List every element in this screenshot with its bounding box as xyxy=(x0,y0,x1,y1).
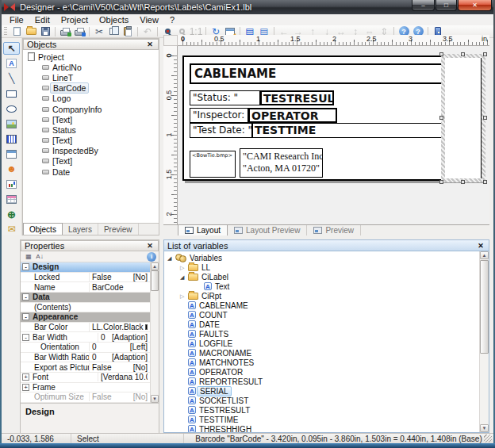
label-object-testdate-caption[interactable]: "Test Date: " xyxy=(190,123,252,138)
close-button[interactable]: ✕ xyxy=(458,0,492,11)
alphabetical-sort-icon[interactable]: A↓ xyxy=(34,252,45,262)
var-folder-cirpt[interactable]: CiRpt xyxy=(164,291,479,301)
prop-locked[interactable]: Locked False [No] xyxy=(21,273,159,283)
prop-orientation[interactable]: Orientation 0 [Left] xyxy=(21,343,159,353)
var-testtime[interactable]: TESTTIME xyxy=(164,415,479,424)
resize-handle[interactable] xyxy=(483,180,487,184)
prop-bar-width[interactable]: Bar Width 0 [Adaption] xyxy=(21,332,159,343)
scroll-down-icon[interactable]: ▼ xyxy=(151,395,159,403)
design-canvas[interactable]: CABLENAME "Status: " TESTRESULT "Inspect… xyxy=(178,46,489,224)
var-testresult[interactable]: TESTRESULT xyxy=(164,405,479,415)
menu-file[interactable]: File xyxy=(4,14,29,25)
tree-item-articlno[interactable]: ArticlNo xyxy=(23,62,159,72)
properties-scrollbar[interactable]: ▲ ▼ xyxy=(150,262,159,403)
undo-icon[interactable]: ↶ xyxy=(140,25,155,37)
tree-item-logo[interactable]: Logo xyxy=(23,94,159,104)
tab-preview[interactable]: Preview xyxy=(307,225,361,235)
var-cablename[interactable]: CABLENAME xyxy=(164,301,479,310)
resize-handle[interactable] xyxy=(439,52,443,56)
menu-objects[interactable]: Objects xyxy=(94,14,134,25)
resize-handle[interactable] xyxy=(461,52,465,56)
select-tool[interactable]: ↖ xyxy=(3,42,20,55)
cut-icon[interactable]: ✂ xyxy=(92,25,106,37)
var-macroname[interactable]: MACRONAME xyxy=(164,348,479,358)
tree-item-date[interactable]: Date xyxy=(23,167,159,177)
ole-object-tool[interactable]: ✉ xyxy=(3,223,20,235)
save-icon[interactable] xyxy=(38,25,52,37)
tree-item-companyinfo[interactable]: CompanyInfo xyxy=(23,104,159,114)
var-serial[interactable]: SERIAL xyxy=(164,386,479,396)
close-icon[interactable]: ✕ xyxy=(476,242,485,250)
tree-item-text2[interactable]: [Text] xyxy=(23,136,159,146)
close-icon[interactable]: ✕ xyxy=(145,40,155,48)
label-object-operator[interactable]: OPERATOR xyxy=(248,108,337,123)
tab-objects[interactable]: Objects xyxy=(23,223,63,235)
categorized-view-icon[interactable]: ▦ xyxy=(23,252,34,262)
new-document-icon[interactable] xyxy=(10,25,24,37)
var-operator[interactable]: OPERATOR xyxy=(164,367,479,377)
tab-objects-preview[interactable]: Preview xyxy=(98,224,139,235)
prop-bar-width-ratio[interactable]: Bar Width Ratio 0 [Adaption] xyxy=(21,353,159,363)
scroll-up-icon[interactable]: ▲ xyxy=(151,262,159,270)
expand-toggle-icon[interactable] xyxy=(167,255,175,261)
resize-handle[interactable] xyxy=(483,116,487,120)
tree-item-inspectedby[interactable]: InspectedBy xyxy=(23,146,159,156)
tree-item-project[interactable]: Project xyxy=(23,52,159,62)
label-object-testtime[interactable]: TESTTIME xyxy=(252,123,443,138)
tab-layout-preview[interactable]: Layout Preview xyxy=(228,225,307,235)
ellipse-tool[interactable] xyxy=(3,102,20,115)
var-folder-cilabel[interactable]: CiLabel xyxy=(164,272,479,281)
scrollbar-thumb[interactable] xyxy=(480,260,489,354)
prop-category-data[interactable]: Data xyxy=(21,293,159,303)
title-bar[interactable]: Designer - e:\Cami\V50\CabWtl\Reports\La… xyxy=(0,0,495,14)
expand-toggle-icon[interactable] xyxy=(22,334,29,341)
close-icon[interactable]: ✕ xyxy=(145,242,155,250)
expand-toggle-icon[interactable] xyxy=(22,293,29,301)
resize-handle[interactable] xyxy=(439,180,443,184)
resize-handle[interactable] xyxy=(461,180,465,184)
barcode-tool[interactable] xyxy=(3,132,20,145)
print-icon[interactable] xyxy=(58,25,72,37)
var-logfile[interactable]: LOGFILE xyxy=(164,339,479,348)
prop-export-as-picture[interactable]: Export as Picture False [No] xyxy=(21,362,159,373)
var-reportresult[interactable]: REPORTRESULT xyxy=(164,377,479,386)
var-root-variables[interactable]: Variables xyxy=(164,253,479,262)
rtf-text-tool[interactable] xyxy=(3,147,20,160)
resize-handle[interactable] xyxy=(483,52,487,56)
toolbar-grip[interactable] xyxy=(4,27,7,36)
picture-tool[interactable] xyxy=(3,117,20,130)
tree-item-status[interactable]: Status xyxy=(23,124,159,135)
tree-item-linet[interactable]: LineT xyxy=(23,72,159,82)
maximize-button[interactable]: □ xyxy=(436,0,457,11)
barcode-object-selected[interactable] xyxy=(446,59,481,178)
menu-project[interactable]: Project xyxy=(56,14,94,25)
tab-layers[interactable]: Layers xyxy=(63,224,98,235)
label-object-logo-placeholder[interactable]: <BowTie.bmp> xyxy=(190,151,236,178)
prop-name[interactable]: Name BarCode xyxy=(21,282,159,293)
prop-optimum-size[interactable]: Optimum Size False [No] xyxy=(21,392,159,403)
rectangle-tool[interactable] xyxy=(3,87,20,100)
var-faults[interactable]: FAULTS xyxy=(164,329,479,339)
label-object-testresult[interactable]: TESTRESULT xyxy=(260,90,334,105)
menu-edit[interactable]: Edit xyxy=(29,14,56,25)
tree-item-barcode[interactable]: BarCode xyxy=(23,83,159,94)
var-count[interactable]: COUNT xyxy=(164,310,479,320)
scroll-down-icon[interactable]: ▼ xyxy=(480,424,489,432)
line-tool[interactable]: ╲ xyxy=(3,72,20,85)
expand-toggle-icon[interactable] xyxy=(22,384,29,391)
scroll-up-icon[interactable]: ▲ xyxy=(480,251,489,259)
open-file-icon[interactable] xyxy=(24,25,38,37)
print-setup-icon[interactable] xyxy=(72,25,86,37)
prop-category-design[interactable]: Design xyxy=(21,262,159,273)
prop-bar-color[interactable]: Bar Color LL.Color.Black xyxy=(21,323,159,333)
label-object-inspector-caption[interactable]: "Inspector: " xyxy=(190,108,248,123)
menu-view[interactable]: View xyxy=(134,14,164,25)
var-date[interactable]: DATE xyxy=(164,320,479,329)
expand-toggle-icon[interactable] xyxy=(180,274,188,280)
tree-item-text3[interactable]: [Text] xyxy=(23,156,159,167)
tab-layout[interactable]: Layout xyxy=(178,224,228,235)
text-tool[interactable] xyxy=(3,57,20,70)
prop-contents[interactable]: (Contents) xyxy=(21,303,159,313)
prop-frame[interactable]: Frame xyxy=(21,383,159,393)
form-element-tool[interactable]: ☻ xyxy=(3,163,20,175)
